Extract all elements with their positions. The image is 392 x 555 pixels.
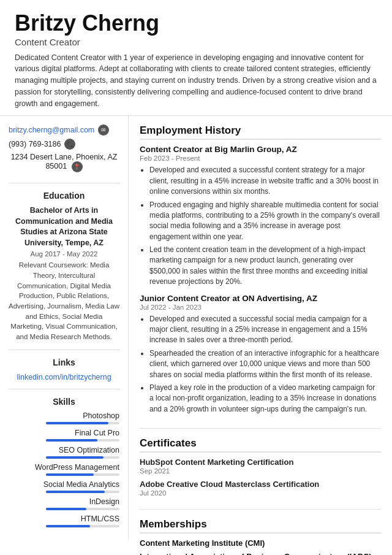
certificates-section: Certificates HubSpot Content Marketing C…	[140, 437, 381, 510]
membership-item: International Association of Business Co…	[140, 552, 381, 555]
job-title: Junior Content Creator at ON Advertising…	[140, 294, 381, 303]
address-icon: 📍	[72, 161, 83, 172]
edu-degree: Bachelor of Arts in Communication and Me…	[9, 205, 119, 248]
cert-name: Adobe Creative Cloud Masterclass Certifi…	[140, 480, 381, 489]
memberships-heading: Memberships	[140, 518, 381, 534]
skill-bar-fill	[46, 508, 86, 510]
cert-name: HubSpot Content Marketing Certification	[140, 457, 381, 467]
address-text: 1234 Desert Lane, Phoenix, AZ 85001	[11, 153, 118, 170]
candidate-title: Content Creator	[15, 37, 377, 47]
job-title: Content Creator at Big Marlin Group, AZ	[140, 145, 381, 154]
skill-bar-bg	[46, 456, 119, 459]
resume-header: Britzy Cherng Content Creator Dedicated …	[0, 0, 392, 116]
job-date: Jul 2022 - Jan 2023	[140, 304, 381, 311]
skill-name: SEO Optimization	[59, 446, 119, 454]
job-bullets: Developed and executed a successful soci…	[140, 314, 381, 415]
email-link[interactable]: britzy.cherng@gmail.com	[9, 126, 94, 134]
links-title: Links	[9, 358, 119, 367]
job-date: Feb 2023 - Present	[140, 155, 381, 162]
job-bullet: Led the content creation team in the dev…	[149, 245, 381, 288]
right-column: Employment History Content Creator at Bi…	[129, 116, 392, 555]
skill-bar-bg	[46, 473, 119, 476]
skills-title: Skills	[9, 397, 119, 407]
skill-name: HTML/CSS	[81, 515, 119, 523]
contact-section: britzy.cherng@gmail.com ✉ (993) 769-3186…	[9, 124, 119, 183]
phone-icon: 📞	[64, 139, 75, 150]
cert-entry: HubSpot Content Marketing Certification …	[140, 457, 381, 475]
edu-coursework: Relevant Coursework: Media Theory, Inter…	[9, 260, 119, 342]
candidate-name: Britzy Cherng	[15, 11, 377, 36]
skill-bar-fill	[46, 439, 97, 442]
membership-item: Content Marketing Institute (CMI)	[140, 538, 381, 548]
job-bullet: Developed and executed a successful cont…	[149, 165, 381, 197]
coursework-label: Relevant Coursework:	[19, 261, 88, 269]
skill-item: Social Media Analytics	[9, 480, 119, 493]
skill-item: SEO Optimization	[9, 446, 119, 459]
skill-name: InDesign	[89, 497, 119, 506]
cert-entry: Adobe Creative Cloud Masterclass Certifi…	[140, 480, 381, 497]
job-bullet: Played a key role in the production of a…	[149, 383, 381, 415]
contact-email: britzy.cherng@gmail.com ✉	[9, 124, 119, 136]
skills-list: Photoshop Final Cut Pro SEO Optimization…	[9, 411, 119, 527]
skill-bar-fill	[46, 473, 94, 476]
skill-bar-fill	[46, 491, 105, 493]
employment-heading: Employment History	[140, 124, 381, 140]
skill-bar-bg	[46, 508, 119, 510]
education-title: Education	[9, 191, 119, 201]
skill-item: HTML/CSS	[9, 515, 119, 527]
coursework-text: Media Theory, Intercultural Communicatio…	[9, 261, 119, 340]
job-entry: Content Creator at Big Marlin Group, AZ …	[140, 145, 381, 287]
cert-date: Sep 2021	[140, 467, 381, 475]
skill-bar-fill	[46, 525, 90, 527]
job-bullet: Spearheaded the creation of an interacti…	[149, 348, 381, 380]
skill-name: WordPress Management	[35, 463, 119, 472]
email-icon: ✉	[98, 124, 109, 136]
skill-bar-fill	[46, 422, 108, 424]
job-bullet: Developed and executed a successful soci…	[149, 314, 381, 346]
employment-section: Employment History Content Creator at Bi…	[140, 124, 381, 429]
links-section: Links linkedin.com/in/britzycherng	[9, 358, 119, 389]
main-layout: britzy.cherng@gmail.com ✉ (993) 769-3186…	[0, 116, 392, 555]
skill-name: Social Media Analytics	[43, 480, 119, 489]
job-bullet: Produced engaging and highly shareable m…	[149, 200, 381, 243]
left-column: britzy.cherng@gmail.com ✉ (993) 769-3186…	[0, 116, 129, 540]
skill-item: Photoshop	[9, 411, 119, 424]
job-entry: Junior Content Creator at ON Advertising…	[140, 294, 381, 415]
certs-list: HubSpot Content Marketing Certification …	[140, 457, 381, 497]
skill-bar-bg	[46, 439, 119, 442]
cert-date: Jul 2020	[140, 489, 381, 497]
memberships-list: Content Marketing Institute (CMI)Interna…	[140, 538, 381, 555]
candidate-summary: Dedicated Content Creator with 1 year of…	[15, 52, 377, 110]
skill-name: Photoshop	[83, 411, 119, 420]
skill-item: Final Cut Pro	[9, 429, 119, 442]
contact-phone: (993) 769-3186 📞	[9, 139, 119, 150]
skill-name: Final Cut Pro	[75, 429, 119, 437]
skill-item: InDesign	[9, 497, 119, 510]
linkedin-link[interactable]: linkedin.com/in/britzycherng	[17, 373, 111, 381]
phone-text: (993) 769-3186	[9, 140, 61, 148]
skill-bar-bg	[46, 491, 119, 493]
edu-date: Aug 2017 - May 2022	[9, 250, 119, 258]
memberships-section: Memberships Content Marketing Institute …	[140, 518, 381, 555]
jobs-list: Content Creator at Big Marlin Group, AZ …	[140, 145, 381, 415]
job-bullets: Developed and executed a successful cont…	[140, 165, 381, 287]
skill-item: WordPress Management	[9, 463, 119, 476]
certificates-heading: Certificates	[140, 437, 381, 453]
skill-bar-fill	[46, 456, 104, 459]
contact-address: 1234 Desert Lane, Phoenix, AZ 85001 📍	[9, 153, 119, 172]
skills-section: Skills Photoshop Final Cut Pro SEO Optim…	[9, 397, 119, 527]
skill-bar-bg	[46, 525, 119, 527]
skill-bar-bg	[46, 422, 119, 424]
education-section: Education Bachelor of Arts in Communicat…	[9, 191, 119, 350]
